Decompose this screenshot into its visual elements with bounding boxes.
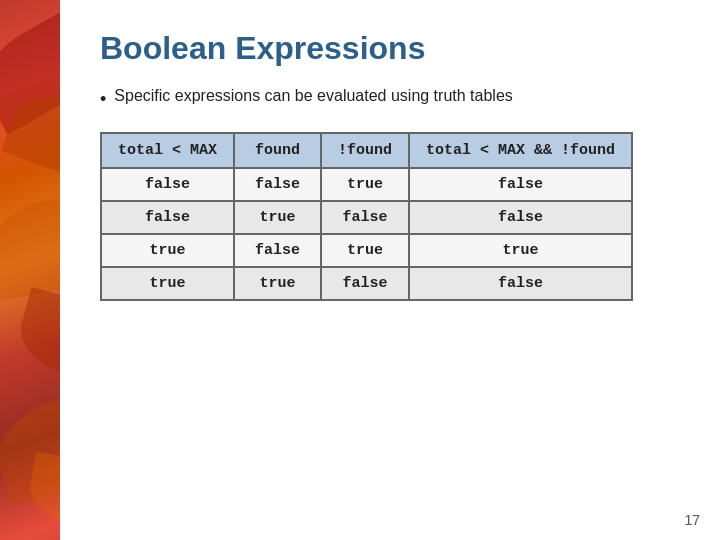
col-header-2: found (234, 133, 321, 168)
table-cell: true (321, 234, 409, 267)
table-cell: true (101, 267, 234, 300)
bullet-icon: • (100, 87, 106, 112)
table-cell: true (321, 168, 409, 201)
table-row: falsefalsetruefalse (101, 168, 632, 201)
truth-table: total < MAX found !found total < MAX && … (100, 132, 633, 301)
table-row: truefalsetruetrue (101, 234, 632, 267)
table-row: falsetruefalsefalse (101, 201, 632, 234)
page-title: Boolean Expressions (100, 30, 680, 67)
table-cell: true (409, 234, 632, 267)
table-cell: false (321, 201, 409, 234)
bullet-text: Specific expressions can be evaluated us… (114, 87, 512, 105)
table-cell: true (234, 267, 321, 300)
col-header-3: !found (321, 133, 409, 168)
table-row: truetruefalsefalse (101, 267, 632, 300)
table-cell: false (409, 267, 632, 300)
table-cell: false (101, 201, 234, 234)
content-area: Boolean Expressions • Specific expressio… (60, 0, 720, 540)
col-header-4: total < MAX && !found (409, 133, 632, 168)
col-header-1: total < MAX (101, 133, 234, 168)
table-cell: false (234, 234, 321, 267)
table-cell: false (409, 201, 632, 234)
bullet-point: • Specific expressions can be evaluated … (100, 87, 680, 112)
table-cell: false (101, 168, 234, 201)
table-cell: true (101, 234, 234, 267)
table-cell: false (234, 168, 321, 201)
table-cell: false (321, 267, 409, 300)
page-number: 17 (684, 512, 700, 528)
table-cell: false (409, 168, 632, 201)
table-cell: true (234, 201, 321, 234)
